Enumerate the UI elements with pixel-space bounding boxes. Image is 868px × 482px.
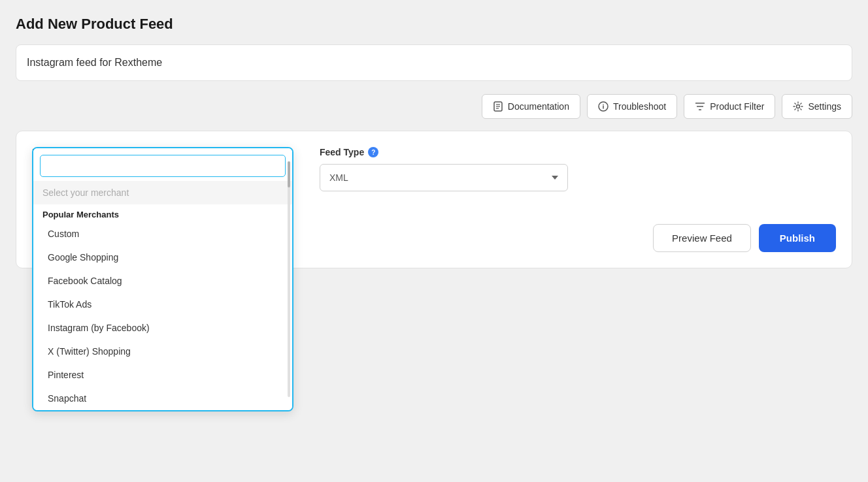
merchant-search-input[interactable] [40, 155, 286, 177]
main-card: Feed Merchant ? Select your merchant Pop… [16, 131, 852, 268]
dropdown-group-label: Popular Merchants [33, 204, 292, 222]
dropdown-list: Select your merchant Popular Merchants C… [33, 181, 292, 410]
svg-point-10 [797, 105, 800, 108]
feed-type-select[interactable]: XML [320, 164, 568, 191]
publish-button[interactable]: Publish [759, 224, 836, 252]
merchant-dropdown: Select your merchant Popular Merchants C… [32, 147, 293, 411]
list-item[interactable]: TikTok Ads [33, 293, 292, 316]
chevron-down-icon [552, 176, 558, 180]
product-filter-label: Product Filter [710, 101, 764, 112]
settings-button[interactable]: Settings [782, 94, 852, 119]
settings-icon [793, 101, 803, 112]
list-item[interactable]: Pinterest [33, 363, 292, 387]
settings-label: Settings [808, 101, 841, 112]
documentation-button[interactable]: Documentation [482, 94, 580, 119]
info-icon [598, 101, 609, 112]
svg-point-6 [603, 104, 604, 105]
dropdown-search-wrapper [33, 148, 292, 181]
list-item[interactable]: Facebook Catalog [33, 269, 292, 293]
list-item[interactable]: Snapchat [33, 387, 292, 410]
documentation-label: Documentation [508, 101, 569, 112]
list-item[interactable]: X (Twitter) Shopping [33, 340, 292, 363]
scrollbar-track [288, 161, 290, 397]
toolbar: Documentation Troubleshoot Product Fil [16, 94, 852, 119]
dropdown-placeholder-item[interactable]: Select your merchant [33, 181, 292, 204]
feed-type-group: Feed Type ? XML [320, 147, 568, 191]
scrollbar-thumb [288, 161, 290, 187]
feed-type-value: XML [329, 172, 348, 183]
filter-icon [695, 101, 705, 112]
feed-name-input[interactable] [16, 44, 852, 81]
preview-feed-button[interactable]: Preview Feed [653, 224, 751, 252]
feed-type-label: Feed Type ? [320, 147, 568, 157]
merchant-group: Feed Merchant ? Select your merchant Pop… [32, 147, 293, 157]
list-item[interactable]: Google Shopping [33, 246, 292, 269]
document-icon [493, 101, 503, 112]
product-filter-button[interactable]: Product Filter [684, 94, 775, 119]
troubleshoot-label: Troubleshoot [613, 101, 666, 112]
list-item[interactable]: Custom [33, 222, 292, 246]
feed-type-help-icon[interactable]: ? [368, 147, 378, 157]
troubleshoot-button[interactable]: Troubleshoot [587, 94, 677, 119]
list-item[interactable]: Instagram (by Facebook) [33, 316, 292, 340]
page-title: Add New Product Feed [16, 16, 852, 33]
